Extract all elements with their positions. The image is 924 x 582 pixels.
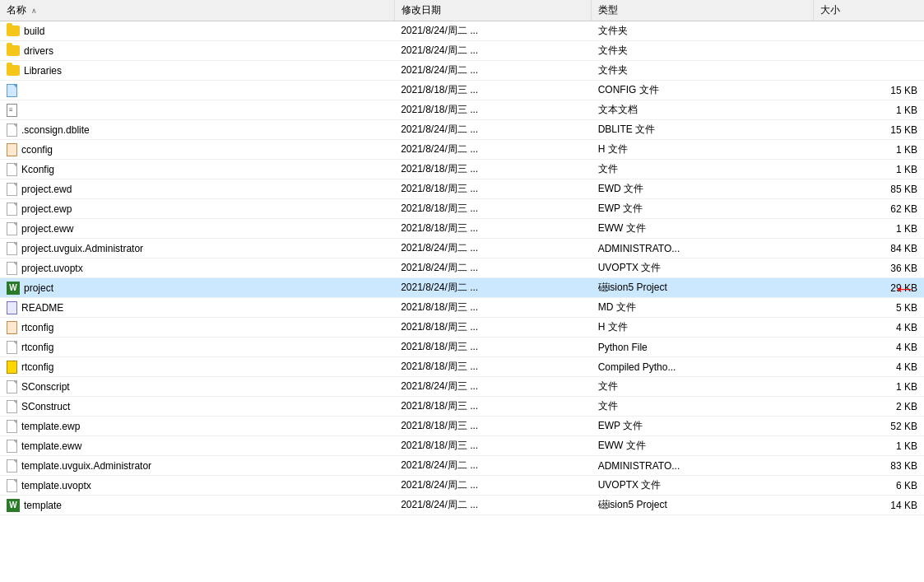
folder-icon <box>7 45 20 56</box>
cell-name: SConstruct <box>0 397 394 417</box>
cell-size: 6 KB <box>813 476 924 496</box>
cell-size: 36 KB <box>813 258 924 278</box>
cell-type: EWW 文件 <box>592 436 814 456</box>
cell-name: Wproject <box>0 278 394 298</box>
file-name: drivers <box>24 45 53 57</box>
cell-type: EWP 文件 <box>592 199 814 219</box>
table-row[interactable]: template.ewp2021/8/18/周三 ...EWP 文件52 KB <box>0 417 924 436</box>
cell-type: 文件 <box>592 397 814 417</box>
folder-icon <box>7 65 20 76</box>
file-name: rtconfig <box>21 342 53 353</box>
cell-size: 4 KB <box>813 338 924 357</box>
cell-date: 2021/8/18/周三 ... <box>394 298 592 318</box>
cell-name: cconfig <box>0 140 394 160</box>
cell-date: 2021/8/24/周三 ... <box>394 377 592 397</box>
col-header-name[interactable]: 名称 ∧ <box>0 0 394 21</box>
file-name: README <box>21 302 63 314</box>
cell-date: 2021/8/24/周二 ... <box>394 140 592 160</box>
file-name: project.ewp <box>21 203 72 215</box>
md-icon <box>7 301 17 314</box>
file-icon <box>7 203 17 216</box>
cell-type: Compiled Pytho... <box>592 357 814 377</box>
col-header-date[interactable]: 修改日期 <box>394 0 592 21</box>
table-row[interactable]: rtconfig2021/8/18/周三 ...Compiled Pytho..… <box>0 357 924 377</box>
table-row[interactable]: project.uvoptx2021/8/24/周二 ...UVOPTX 文件3… <box>0 258 924 278</box>
file-icon <box>7 479 17 492</box>
file-icon <box>7 242 17 255</box>
table-row[interactable]: project.uvguix.Administrator2021/8/24/周二… <box>0 239 924 258</box>
cell-date: 2021/8/18/周三 ... <box>394 100 592 120</box>
file-name: project <box>24 282 53 294</box>
file-name: rtconfig <box>21 361 53 373</box>
cell-size <box>813 21 924 41</box>
file-name: Libraries <box>24 65 62 77</box>
cell-type: 文件夹 <box>592 61 814 81</box>
cell-date: 2021/8/24/周二 ... <box>394 120 592 140</box>
file-name: project.uvoptx <box>21 263 83 274</box>
table-row[interactable]: project.eww2021/8/18/周三 ...EWW 文件1 KB <box>0 219 924 239</box>
cell-type: 文本文档 <box>592 100 814 120</box>
table-row[interactable]: template.uvoptx2021/8/24/周二 ...UVOPTX 文件… <box>0 476 924 496</box>
table-row[interactable]: template.uvguix.Administrator2021/8/24/周… <box>0 456 924 476</box>
file-name: project.uvguix.Administrator <box>21 243 143 254</box>
col-header-size[interactable]: 大小 <box>813 0 924 21</box>
cell-size: 1 KB <box>813 377 924 397</box>
table-row[interactable]: .sconsign.dblite2021/8/24/周二 ...DBLITE 文… <box>0 120 924 140</box>
cell-date: 2021/8/18/周三 ... <box>394 81 592 100</box>
col-header-type[interactable]: 类型 <box>592 0 814 21</box>
cell-date: 2021/8/24/周二 ... <box>394 456 592 476</box>
cell-date: 2021/8/18/周三 ... <box>394 436 592 456</box>
file-name: Kconfig <box>21 164 54 175</box>
table-row[interactable]: rtconfig2021/8/18/周三 ...H 文件4 KB <box>0 318 924 338</box>
cell-size <box>813 41 924 61</box>
file-name: cconfig <box>21 144 53 156</box>
cell-type: EWP 文件 <box>592 417 814 436</box>
table-row[interactable]: README2021/8/18/周三 ...MD 文件5 KB <box>0 298 924 318</box>
file-name: rtconfig <box>21 322 53 333</box>
cell-size: 4 KB <box>813 357 924 377</box>
table-row[interactable]: 2021/8/18/周三 ...CONFIG 文件15 KB <box>0 81 924 100</box>
cell-type: MD 文件 <box>592 298 814 318</box>
table-row[interactable]: SConstruct2021/8/18/周三 ...文件2 KB <box>0 397 924 417</box>
cell-type: H 文件 <box>592 318 814 338</box>
table-row[interactable]: build2021/8/24/周二 ...文件夹 <box>0 21 924 41</box>
cell-size: 52 KB <box>813 417 924 436</box>
cell-date: 2021/8/24/周二 ... <box>394 476 592 496</box>
cell-name: template.uvguix.Administrator <box>0 456 394 476</box>
cell-name: project.uvguix.Administrator <box>0 239 394 258</box>
table-row[interactable]: 2021/8/18/周三 ...文本文档1 KB <box>0 100 924 120</box>
cell-name <box>0 81 394 100</box>
table-row[interactable]: template.eww2021/8/18/周三 ...EWW 文件1 KB <box>0 436 924 456</box>
cell-name: rtconfig <box>0 357 394 377</box>
cell-type: DBLITE 文件 <box>592 120 814 140</box>
cell-name: drivers <box>0 41 394 61</box>
table-row[interactable]: Wproject2021/8/24/周二 ...礠ision5 Project2… <box>0 278 924 298</box>
cell-name: template.ewp <box>0 417 394 436</box>
cell-type: EWD 文件 <box>592 179 814 199</box>
table-row[interactable]: Kconfig2021/8/18/周三 ...文件1 KB <box>0 160 924 179</box>
cell-name: Wtemplate <box>0 496 394 515</box>
cell-type: 文件 <box>592 160 814 179</box>
file-icon <box>7 380 17 393</box>
h-icon <box>7 321 17 334</box>
file-icon <box>7 262 17 275</box>
table-row[interactable]: cconfig2021/8/24/周二 ...H 文件1 KB <box>0 140 924 160</box>
file-name: SConscript <box>21 381 70 393</box>
cell-type: UVOPTX 文件 <box>592 476 814 496</box>
cell-date: 2021/8/24/周二 ... <box>394 258 592 278</box>
cell-name: build <box>0 21 394 41</box>
file-name: .sconsign.dblite <box>21 124 90 136</box>
h-icon <box>7 143 17 156</box>
table-row[interactable]: Libraries2021/8/24/周二 ...文件夹 <box>0 61 924 81</box>
file-list-container[interactable]: 名称 ∧ 修改日期 类型 大小 build2021/8/24/周二 ...文件夹… <box>0 0 924 582</box>
table-row[interactable]: project.ewd2021/8/18/周三 ...EWD 文件85 KB <box>0 179 924 199</box>
table-row[interactable]: project.ewp2021/8/18/周三 ...EWP 文件62 KB <box>0 199 924 219</box>
table-row[interactable]: drivers2021/8/24/周二 ...文件夹 <box>0 41 924 61</box>
table-row[interactable]: rtconfig2021/8/18/周三 ...Python File4 KB <box>0 338 924 357</box>
table-row[interactable]: Wtemplate2021/8/24/周二 ...礠ision5 Project… <box>0 496 924 515</box>
cell-date: 2021/8/24/周二 ... <box>394 278 592 298</box>
table-row[interactable]: SConscript2021/8/24/周三 ...文件1 KB <box>0 377 924 397</box>
cell-date: 2021/8/18/周三 ... <box>394 338 592 357</box>
cell-date: 2021/8/18/周三 ... <box>394 417 592 436</box>
cell-size: 5 KB <box>813 298 924 318</box>
